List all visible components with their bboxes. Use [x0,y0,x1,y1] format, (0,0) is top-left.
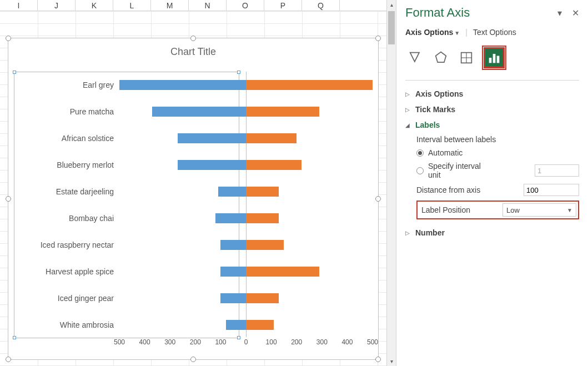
value-axis-tick: 300 [164,338,175,346]
bar-series1[interactable] [220,240,246,250]
bar-row[interactable]: Iced ginger pear [119,293,371,303]
vertical-scrollbar[interactable]: ▴ ▾ [386,0,396,366]
divider [405,80,579,81]
category-axis-label[interactable]: African solstice [14,133,114,143]
resize-handle[interactable] [375,196,381,202]
bar-row[interactable]: Harvest apple spice [119,267,371,277]
category-axis-label[interactable]: Harvest apple spice [14,267,114,277]
bar-row[interactable]: African solstice [119,133,371,143]
bar-series2[interactable] [246,293,279,303]
distance-from-axis-input[interactable] [524,184,579,196]
specify-interval-input[interactable] [535,164,579,177]
plot-area[interactable]: Earl greyPure matchaAfrican solsticeBlue… [119,72,371,337]
category-axis-label[interactable]: Iced ginger pear [14,293,114,303]
bar-series1[interactable] [119,80,246,90]
radio-automatic[interactable]: Automatic [416,148,579,157]
resize-handle[interactable] [375,36,381,41]
resize-handle[interactable] [190,36,196,41]
column-header[interactable]: O [227,0,264,11]
category-axis-label[interactable]: White ambrosia [14,320,114,330]
axis-handle[interactable] [13,336,16,339]
bar-row[interactable]: Pure matcha [119,107,371,117]
bar-series1[interactable] [220,293,246,303]
bar-series2[interactable] [246,320,274,330]
bar-series2[interactable] [246,213,279,223]
close-icon[interactable]: ✕ [572,8,579,18]
category-axis-label[interactable]: Bombay chai [14,213,114,223]
chart-object[interactable]: Chart Title Earl greyPure matchaAfrican … [8,38,379,360]
resize-handle[interactable] [6,36,11,41]
resize-handle[interactable] [375,357,381,362]
resize-handle[interactable] [190,357,196,362]
column-header[interactable]: M [151,0,189,11]
bar-series1[interactable] [178,133,246,143]
tab-text-options[interactable]: Text Options [473,28,516,37]
value-axis-tick: 400 [139,338,150,346]
column-header[interactable]: Q [302,0,340,11]
scroll-thumb[interactable] [388,11,395,44]
scroll-up-button[interactable]: ▴ [387,0,396,9]
column-header[interactable]: K [76,0,113,11]
section-labels[interactable]: ◢ Labels [405,117,579,133]
value-axis-tick: 200 [190,338,201,346]
chevron-right-icon: ▷ [405,230,412,236]
tab-separator: | [465,28,468,37]
bar-row[interactable]: Earl grey [119,80,371,90]
label-position-select[interactable]: Low ▼ [502,203,576,217]
effects-icon[interactable] [431,48,451,68]
label-position-label: Label Position [419,205,502,214]
column-header[interactable]: L [113,0,151,11]
category-axis-label[interactable]: Estate darjeeling [14,187,114,197]
bar-series2[interactable] [246,160,301,170]
column-header[interactable]: J [38,0,76,11]
bar-series1[interactable] [226,320,246,330]
radio-icon[interactable] [416,149,424,157]
size-properties-icon[interactable] [456,48,476,68]
category-axis-label[interactable]: Iced raspberry nectar [14,240,114,250]
chevron-down-icon: ◢ [405,122,412,128]
value-axis[interactable]: 5004003002001000100200300400500 [119,338,371,349]
section-tick-marks[interactable]: ▷ Tick Marks [405,102,579,117]
format-axis-pane: Format Axis ▾ ✕ Axis Options▼ | Text Opt… [396,0,588,366]
fill-line-icon[interactable] [405,48,425,68]
axis-handle[interactable] [13,71,16,74]
bar-series1[interactable] [218,187,246,197]
bar-series2[interactable] [246,240,284,250]
bar-series2[interactable] [246,267,319,277]
tab-axis-options[interactable]: Axis Options▼ [405,28,460,37]
bar-series1[interactable] [152,107,246,117]
scroll-down-button[interactable]: ▾ [387,357,396,366]
svg-rect-5 [493,54,496,63]
bar-series2[interactable] [246,107,319,117]
worksheet[interactable]: IJKLMNOPQ Chart Title Earl greyPure matc… [0,0,389,366]
bar-series1[interactable] [215,213,246,223]
bar-row[interactable]: Blueberry merlot [119,160,371,170]
svg-marker-0 [436,52,446,63]
category-axis-label[interactable]: Blueberry merlot [14,160,114,170]
chart-title[interactable]: Chart Title [8,38,378,58]
bar-row[interactable]: White ambrosia [119,320,371,330]
radio-specify-interval[interactable]: Specify interval unit [416,162,579,179]
section-axis-options[interactable]: ▷ Axis Options [405,86,579,102]
column-header[interactable]: I [0,0,38,11]
category-axis-label[interactable]: Pure matcha [14,107,114,117]
column-header[interactable]: N [189,0,227,11]
category-axis-label[interactable]: Earl grey [14,80,114,90]
resize-handle[interactable] [6,357,11,362]
axis-options-icon[interactable] [484,48,504,68]
radio-icon[interactable] [416,167,424,174]
bar-series2[interactable] [246,133,296,143]
bar-row[interactable]: Iced raspberry nectar [119,240,371,250]
pane-title: Format Axis [405,6,470,20]
resize-handle[interactable] [6,196,11,202]
bar-series2[interactable] [246,187,279,197]
bar-row[interactable]: Estate darjeeling [119,187,371,197]
pane-options-dropdown[interactable]: ▾ [557,8,562,18]
column-header[interactable]: P [264,0,302,11]
bar-series1[interactable] [178,160,246,170]
section-label: Labels [415,121,440,129]
section-number[interactable]: ▷ Number [405,225,579,240]
bar-row[interactable]: Bombay chai [119,213,371,223]
bar-series1[interactable] [220,267,246,277]
bar-series2[interactable] [246,80,373,90]
